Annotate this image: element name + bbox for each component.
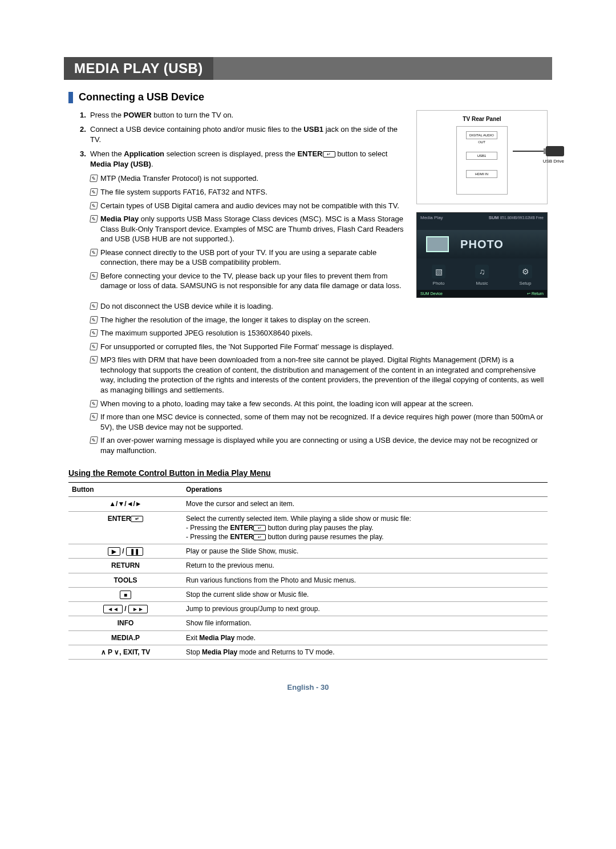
photo-banner: PHOTO bbox=[417, 230, 547, 258]
note-icon: ✎ bbox=[90, 400, 98, 407]
note-icon: ✎ bbox=[90, 343, 98, 350]
port-slot: DIGITAL AUDIO OUT bbox=[466, 131, 497, 139]
note-icon: ✎ bbox=[90, 249, 98, 256]
menu-item-photo: ▧Photo bbox=[421, 265, 456, 287]
section-header: Connecting a USB Device bbox=[68, 90, 548, 104]
note: ✎Before connecting your device to the TV… bbox=[90, 271, 406, 291]
enter-icon: ↵ bbox=[253, 534, 266, 540]
forward-icon: ►► bbox=[128, 605, 148, 613]
photo-icon: ▧ bbox=[432, 265, 445, 278]
note: ✎For unsupported or corrupted files, the… bbox=[90, 342, 548, 352]
page-footer: English - 30 bbox=[68, 682, 548, 693]
note: ✎If an over-power warning message is dis… bbox=[90, 435, 548, 455]
gear-icon: ⚙ bbox=[518, 265, 532, 278]
note: ✎When moving to a photo, loading may tak… bbox=[90, 399, 548, 409]
table-row: ∧ P ∨, EXIT, TV Stop Media Play mode and… bbox=[68, 645, 548, 659]
table-row: ENTER↵ Select the currently selected ite… bbox=[68, 511, 548, 544]
step-2: 2. Connect a USB device containing photo… bbox=[80, 124, 406, 144]
note-icon: ✎ bbox=[90, 329, 98, 337]
port-slot: HDMI IN bbox=[466, 170, 497, 178]
note: ✎Media Play only supports USB Mass Stora… bbox=[90, 214, 406, 244]
note: ✎MTP (Media Transfer Protocol) is not su… bbox=[90, 173, 406, 184]
note-icon: ✎ bbox=[90, 202, 98, 209]
usb-drive-icon bbox=[546, 146, 564, 156]
music-icon: ♫ bbox=[475, 265, 489, 278]
enter-icon: ↵ bbox=[131, 516, 143, 522]
footer-left: SUM Device bbox=[420, 291, 443, 296]
usb-drive-label: USB Drive bbox=[543, 159, 564, 165]
pause-icon: ❚❚ bbox=[126, 547, 143, 556]
step-1: 1. Press the POWER button to turn the TV… bbox=[80, 110, 406, 120]
table-row: ▲/▼/◄/► Move the cursor and select an it… bbox=[68, 497, 548, 511]
note-icon: ✎ bbox=[90, 413, 98, 421]
chapter-title: MEDIA PLAY (USB) bbox=[64, 57, 213, 80]
tv-panel-box: DIGITAL AUDIO OUT USB1 HDMI IN USB Drive bbox=[456, 126, 508, 195]
play-icon: ▶ bbox=[108, 547, 120, 556]
note-icon: ✎ bbox=[90, 188, 98, 196]
rear-panel-label: TV Rear Panel bbox=[420, 115, 544, 123]
stop-icon: ■ bbox=[120, 591, 131, 599]
rewind-icon: ◄◄ bbox=[103, 605, 123, 613]
menu-item-setup: ⚙Setup bbox=[508, 265, 543, 287]
step-3: 3. When the Application selection screen… bbox=[80, 149, 406, 169]
table-row: RETURN Return to the previous menu. bbox=[68, 559, 548, 573]
media-play-screen: Media Play SUM 851.86MB/993.02MB Free PH… bbox=[416, 212, 548, 298]
remote-button-table: Button Operations ▲/▼/◄/► Move the curso… bbox=[68, 482, 548, 660]
chapter-bar: MEDIA PLAY (USB) bbox=[64, 57, 552, 80]
enter-icon: ↵ bbox=[253, 525, 266, 531]
menu-item-music: ♫Music bbox=[464, 265, 500, 287]
rear-panel-diagram: TV Rear Panel DIGITAL AUDIO OUT USB1 HDM… bbox=[416, 110, 548, 205]
note: ✎The higher the resolution of the image,… bbox=[90, 315, 548, 325]
note-icon: ✎ bbox=[90, 316, 98, 324]
photo-thumbnail-icon bbox=[426, 236, 449, 252]
section-marker bbox=[68, 92, 73, 103]
usb-cable bbox=[513, 151, 547, 152]
instruction-column: 1. Press the POWER button to turn the TV… bbox=[68, 110, 406, 298]
usb1-port: USB1 bbox=[466, 152, 497, 160]
note: ✎The file system supports FAT16, FAT32 a… bbox=[90, 187, 406, 197]
note-icon: ✎ bbox=[90, 302, 98, 310]
table-row: ■ Stop the current slide show or Music f… bbox=[68, 587, 548, 601]
note-icon: ✎ bbox=[90, 272, 98, 280]
screen-title: Media Play bbox=[420, 215, 443, 221]
note: ✎If more than one MSC device is connecte… bbox=[90, 412, 548, 432]
section-title: Connecting a USB Device bbox=[79, 90, 204, 104]
subsection-title: Using the Remote Control Button in Media… bbox=[68, 468, 548, 479]
note: ✎Certain types of USB Digital camera and… bbox=[90, 201, 406, 211]
table-row: INFO Show file information. bbox=[68, 616, 548, 630]
note-icon: ✎ bbox=[90, 175, 98, 182]
table-row: MEDIA.P Exit Media Play mode. bbox=[68, 630, 548, 645]
col-button: Button bbox=[68, 483, 183, 497]
note-icon: ✎ bbox=[90, 356, 98, 363]
table-row: TOOLS Run various functions from the Pho… bbox=[68, 573, 548, 587]
note: ✎MP3 files with DRM that have been downl… bbox=[90, 355, 548, 395]
enter-icon: ↵ bbox=[323, 151, 335, 157]
table-row: ▶ / ❚❚ Play or pause the Slide Show, mus… bbox=[68, 544, 548, 559]
footer-right: ↩ Return bbox=[527, 291, 544, 296]
note-icon: ✎ bbox=[90, 215, 98, 223]
note-icon: ✎ bbox=[90, 436, 98, 444]
note: ✎The maximum supported JPEG resolution i… bbox=[90, 328, 548, 338]
table-row: ◄◄ / ►► Jump to previous group/Jump to n… bbox=[68, 602, 548, 616]
note: ✎Do not disconnect the USB device while … bbox=[90, 301, 548, 312]
col-operations: Operations bbox=[183, 483, 548, 497]
note: ✎Please connect directly to the USB port… bbox=[90, 248, 406, 268]
